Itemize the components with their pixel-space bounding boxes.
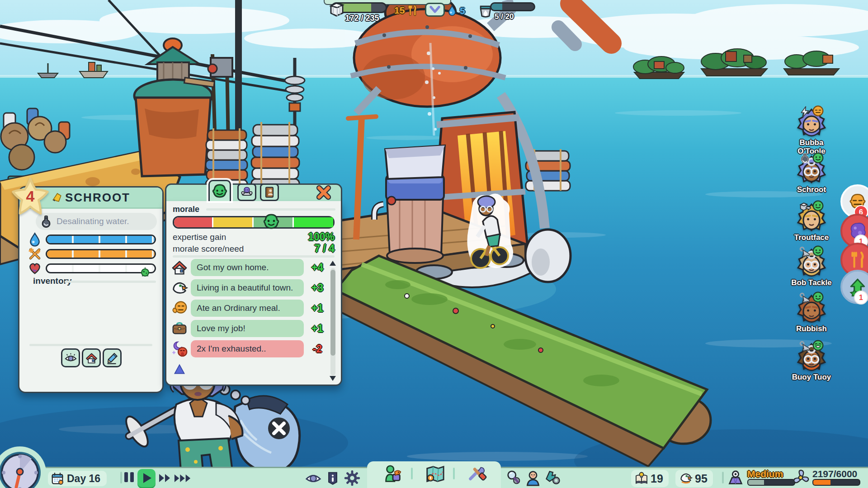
morale-panel: morale expertise gain 100% morale score/… (165, 180, 345, 387)
morale-modifier-row: Got my own home.+4 (171, 259, 327, 276)
status-field: Desalinating water. (36, 213, 157, 230)
town-weight-meter: Medium (727, 469, 795, 486)
research-search-button[interactable] (505, 469, 523, 487)
research-points-display[interactable]: 19 (631, 470, 669, 487)
level-value: 4 (9, 188, 52, 205)
morale-score-row: morale score/need 7 / 4 (173, 243, 335, 255)
crew-member-bubba-o-toole[interactable]: BubbaO'Toole (786, 108, 837, 155)
clock-widget[interactable] (0, 446, 47, 488)
morale-bar-red (174, 217, 212, 227)
morale-modifier-text: 2x I'm exhausted.. (191, 340, 304, 357)
map-menu-button[interactable] (421, 464, 449, 485)
tab-bio[interactable] (260, 183, 279, 201)
mood-happy-icon (812, 200, 824, 212)
day-label: Day 16 (67, 473, 100, 485)
crew-portrait (796, 342, 827, 373)
scrollbar[interactable] (330, 268, 335, 375)
crew-member-schroot[interactable]: Schroot (786, 155, 837, 194)
info-button[interactable] (326, 470, 340, 486)
follow-view-button[interactable] (61, 348, 80, 367)
job-icon (171, 320, 188, 337)
fuel-bar (812, 479, 860, 486)
divider (173, 255, 335, 258)
crew-member-rubbish[interactable]: Rubbish (786, 294, 837, 333)
day-display[interactable]: Day 16 (48, 471, 107, 486)
morale-modifier-text: Living in a beautiful town. (191, 279, 304, 296)
close-button[interactable] (316, 185, 335, 200)
rename-button[interactable] (103, 348, 122, 367)
mood-meh-icon (812, 105, 824, 117)
scroll-up-icon[interactable] (330, 261, 336, 266)
divider (722, 472, 724, 483)
drifter-cycling[interactable] (467, 194, 513, 268)
sickness-germ-icon (139, 266, 151, 279)
drifter-info-button[interactable] (525, 470, 541, 486)
expertise-gain-row: expertise gain 100% (173, 231, 335, 243)
gull-count-display[interactable]: 95 (675, 470, 713, 487)
research-book-icon (635, 472, 648, 485)
heart-icon (28, 261, 42, 276)
name-tag-icon (52, 192, 62, 203)
magnifier-gear-icon (505, 469, 523, 487)
mood-happy-icon (812, 245, 824, 257)
saw-gear-icon (544, 469, 562, 487)
morale-score-label: morale score/need (173, 244, 244, 254)
scroll-down-icon[interactable] (330, 376, 336, 381)
morale-modifier-row: Ate an Ordinary meal.+1 (171, 300, 327, 317)
morale-score-value: 7 / 4 (314, 243, 335, 255)
crew-member-troutface[interactable]: Troutface (786, 202, 837, 242)
morale-panel-body: morale expertise gain 100% morale score/… (165, 201, 342, 386)
build-tools-icon (466, 464, 487, 485)
eye-icon (64, 352, 77, 365)
morale-modifier-value: +3 (307, 282, 327, 294)
divider (29, 344, 152, 346)
morale-bar-yellow (213, 217, 252, 227)
buoy-icon (727, 469, 744, 486)
mood-laugh-icon (812, 339, 824, 352)
crate-out-icon (799, 201, 811, 213)
game-screen: 172 / 235 15 5 5 / 20 4 SCHROOT Desalina… (0, 0, 868, 488)
drifters-icon (382, 464, 403, 485)
sleep-icon (171, 361, 188, 378)
fast-forward-button[interactable] (158, 473, 172, 483)
salvage-button[interactable] (544, 469, 562, 487)
water-value: 5 (460, 5, 465, 16)
morale-section-label: morale (173, 205, 199, 214)
build-menu-button[interactable] (462, 464, 491, 485)
water-stat-row (46, 235, 156, 244)
saw-icon (799, 246, 811, 258)
bio-tab-icon (262, 186, 277, 199)
morale-modifier-value: -2 (307, 343, 327, 355)
expertise-gain-label: expertise gain (173, 232, 226, 242)
morale-modifier-row: Living in a beautiful town.+3 (171, 279, 327, 296)
calendar-icon (51, 472, 64, 485)
crew-member-bob-tackle[interactable]: Bob Tackle (786, 248, 837, 287)
divider (206, 208, 335, 211)
go-home-button[interactable] (82, 348, 101, 367)
play-button[interactable] (137, 469, 156, 487)
info-icon (326, 471, 340, 485)
fastest-forward-button[interactable] (174, 473, 192, 483)
crew-portrait (796, 108, 827, 138)
hunger-icon (848, 250, 867, 269)
crew-portrait (796, 202, 827, 233)
gull-icon (679, 472, 693, 485)
morale-modifier-value: +4 (307, 262, 327, 274)
saw-icon (799, 340, 811, 352)
expand-top-panel-button[interactable] (425, 3, 445, 17)
main-menu-dock (367, 461, 501, 488)
overview-eye-button[interactable] (305, 469, 322, 487)
research-points-value: 19 (651, 472, 663, 485)
propeller-icon (792, 469, 809, 486)
crew-member-buoy-tuoy[interactable]: Buoy Tuoy (786, 342, 837, 382)
pause-button[interactable] (123, 472, 135, 482)
drifters-menu-button[interactable] (379, 464, 407, 485)
morale-marker-icon (262, 213, 280, 231)
crew-name: Schroot (786, 186, 837, 194)
person-icon (525, 470, 541, 486)
tab-morale[interactable] (208, 180, 231, 201)
gull-icon (171, 279, 188, 296)
settings-button[interactable] (344, 469, 361, 487)
tab-skills[interactable] (237, 183, 256, 201)
scrollbar-thumb[interactable] (330, 270, 335, 356)
